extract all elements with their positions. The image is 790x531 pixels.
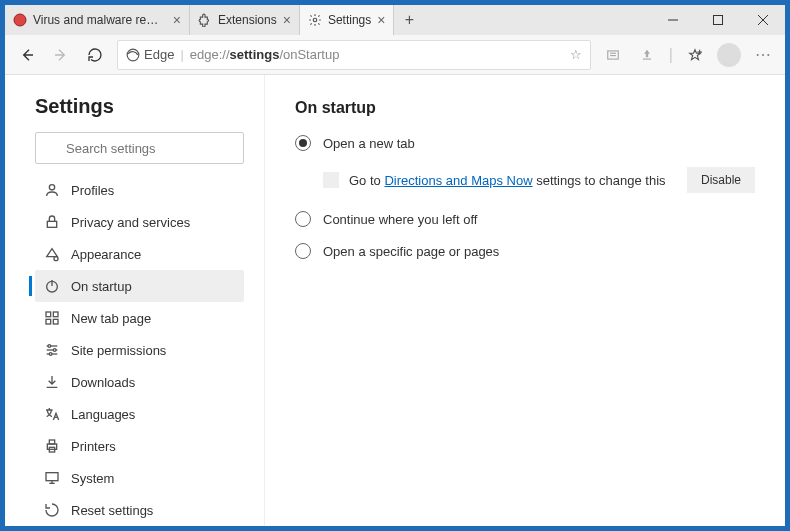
page-heading: On startup [295,99,755,117]
sidebar-item-system[interactable]: System [35,462,244,494]
sidebar-item-appearance[interactable]: Appearance [35,238,244,270]
svg-point-27 [48,345,51,348]
radio-icon [295,135,311,151]
address-prefix: Edge [144,47,174,62]
disable-button[interactable]: Disable [687,167,755,193]
tab-title: Virus and malware removal instructions [33,13,167,27]
settings-menu: Profiles Privacy and services Appearance… [35,174,244,526]
settings-main: On startup Open a new tab Go to Directio… [265,75,785,526]
refresh-button[interactable] [83,43,107,67]
svg-rect-22 [46,319,51,324]
tab-item[interactable]: Extensions × [190,5,300,35]
settings-sidebar: Settings Profiles Privacy and services A… [5,75,265,526]
svg-point-0 [14,14,26,26]
svg-point-29 [49,353,52,356]
separator: | [669,46,673,64]
edge-logo-icon: Edge [126,47,174,62]
svg-rect-10 [643,58,651,59]
more-menu-button[interactable]: ⋯ [751,43,775,67]
extension-override-row: Go to Directions and Maps Now settings t… [323,167,755,193]
svg-rect-16 [47,221,56,227]
startup-option[interactable]: Open a specific page or pages [295,243,755,259]
svg-point-15 [49,185,54,190]
option-label: Continue where you left off [323,212,477,227]
menu-label: Printers [71,439,116,454]
menu-label: Downloads [71,375,135,390]
svg-rect-33 [46,473,58,481]
sidebar-title: Settings [35,95,244,118]
puzzle-icon [198,13,212,27]
person-icon [43,181,61,199]
option-label: Open a new tab [323,136,415,151]
grid-icon [43,309,61,327]
titlebar: Virus and malware removal instructions ×… [5,5,785,35]
minimize-button[interactable] [650,5,695,35]
menu-label: Privacy and services [71,215,190,230]
sidebar-item-languages[interactable]: Languages [35,398,244,430]
menu-label: New tab page [71,311,151,326]
site-favicon-icon [13,13,27,27]
sidebar-item-new-tab[interactable]: New tab page [35,302,244,334]
close-window-button[interactable] [740,5,785,35]
close-icon[interactable]: × [173,12,181,28]
sidebar-item-printers[interactable]: Printers [35,430,244,462]
profile-avatar[interactable] [717,43,741,67]
tab-item[interactable]: Virus and malware removal instructions × [5,5,190,35]
sidebar-item-site-permissions[interactable]: Site permissions [35,334,244,366]
separator: | [180,47,183,62]
svg-point-17 [54,257,58,261]
sidebar-item-reset[interactable]: Reset settings [35,494,244,526]
maximize-button[interactable] [695,5,740,35]
gear-icon [308,13,322,27]
tab-strip: Virus and malware removal instructions ×… [5,5,650,35]
startup-option[interactable]: Open a new tab [295,135,755,151]
toolbar: Edge | edge://settings/onStartup ☆ | ⋯ [5,35,785,75]
monitor-icon [43,469,61,487]
tab-title: Extensions [218,13,277,27]
menu-label: Profiles [71,183,114,198]
startup-option[interactable]: Continue where you left off [295,211,755,227]
reading-view-icon[interactable] [601,43,625,67]
menu-label: Languages [71,407,135,422]
menu-label: Site permissions [71,343,166,358]
address-bar[interactable]: Edge | edge://settings/onStartup ☆ [117,40,591,70]
favorite-icon[interactable]: ☆ [570,47,582,62]
option-label: Open a specific page or pages [323,244,499,259]
svg-point-28 [53,349,56,352]
search-input[interactable] [35,132,244,164]
svg-rect-3 [713,16,722,25]
close-icon[interactable]: × [377,12,385,28]
favorites-icon[interactable] [683,43,707,67]
downloads-icon[interactable] [635,43,659,67]
svg-rect-20 [46,312,51,317]
search-wrap [35,132,244,164]
back-button[interactable] [15,43,39,67]
override-text: Go to Directions and Maps Now settings t… [349,173,666,188]
sidebar-item-on-startup[interactable]: On startup [35,270,244,302]
svg-point-1 [313,18,317,22]
svg-rect-21 [53,312,58,317]
extension-link[interactable]: Directions and Maps Now [384,173,532,188]
lock-icon [43,213,61,231]
forward-button[interactable] [49,43,73,67]
power-icon [43,277,61,295]
new-tab-button[interactable]: + [394,5,424,35]
radio-icon [295,243,311,259]
sidebar-item-privacy[interactable]: Privacy and services [35,206,244,238]
sliders-icon [43,341,61,359]
reset-icon [43,501,61,519]
address-text: edge://settings/onStartup [190,47,340,62]
radio-icon [295,211,311,227]
menu-label: On startup [71,279,132,294]
window-controls [650,5,785,35]
sidebar-item-downloads[interactable]: Downloads [35,366,244,398]
close-icon[interactable]: × [283,12,291,28]
tab-item[interactable]: Settings × [300,5,395,35]
sidebar-item-profiles[interactable]: Profiles [35,174,244,206]
menu-label: System [71,471,114,486]
paint-icon [43,245,61,263]
menu-label: Appearance [71,247,141,262]
svg-rect-23 [53,319,58,324]
svg-rect-31 [49,440,54,444]
extension-icon [323,172,339,188]
